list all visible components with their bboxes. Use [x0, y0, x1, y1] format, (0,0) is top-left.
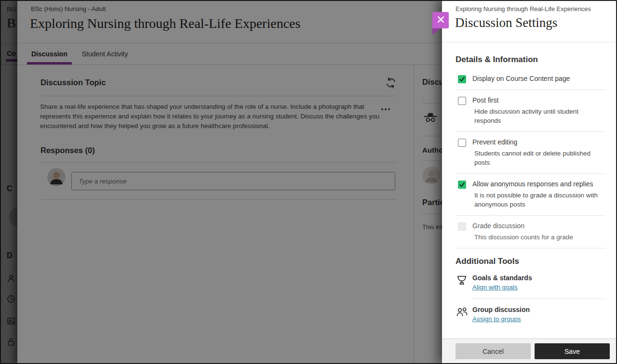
- option-label: Post first: [472, 96, 605, 104]
- panel-body: Details & Information Display on Course …: [442, 42, 617, 338]
- option-description: It is not possible to grade a discussion…: [472, 191, 605, 209]
- details-information-heading: Details & Information: [456, 55, 606, 65]
- option-post-first: Post first Hide discussion activity unti…: [456, 90, 606, 132]
- discussion-settings-panel: Exploring Nursing through Real-Life Expe…: [442, 0, 617, 364]
- group-icon: [456, 306, 468, 319]
- tools-list: Goals & standards Align with goals: [456, 269, 606, 323]
- tool-goals-standards: Goals & standards Align with goals: [456, 269, 606, 299]
- panel-context-title: Exploring Nursing through Real-Life Expe…: [456, 5, 591, 13]
- option-label: Display on Course Content page: [472, 75, 605, 82]
- close-button-tail: [432, 28, 441, 35]
- align-with-goals-link[interactable]: Align with goals: [472, 284, 518, 291]
- additional-tools-heading: Additional Tools: [456, 257, 606, 266]
- option-grade-discussion: Grade discussion This discussion counts …: [456, 216, 606, 248]
- checkbox-prevent-editing[interactable]: [458, 139, 466, 147]
- option-prevent-editing: Prevent editing Students cannot edit or …: [456, 132, 606, 174]
- option-label: Allow anonymous responses and replies: [472, 180, 605, 188]
- options-list: Display on Course Content page Post firs…: [456, 68, 606, 248]
- checkbox-grade-discussion: [458, 222, 466, 231]
- option-description: This discussion counts for a grade: [472, 233, 605, 242]
- tool-label: Group discussion: [472, 306, 530, 313]
- checkbox-display-on-course-content[interactable]: [458, 75, 466, 83]
- tool-label: Goals & standards: [472, 274, 532, 282]
- option-description: Hide discussion activity until student r…: [472, 107, 605, 125]
- goals-icon: [456, 274, 468, 287]
- dim-overlay-modal: [0, 0, 442, 364]
- checkbox-allow-anonymous[interactable]: [458, 181, 466, 189]
- save-button[interactable]: Save: [535, 343, 610, 359]
- option-label: Prevent editing: [472, 138, 605, 146]
- screen: RU B Co C D BSc (Hons) Nursing - Adult E…: [0, 0, 617, 364]
- option-display-on-course-content: Display on Course Content page: [456, 68, 606, 90]
- tool-group-discussion: Group discussion Assign to groups: [456, 299, 606, 323]
- panel-footer: Cancel Save: [442, 338, 617, 364]
- option-allow-anonymous: Allow anonymous responses and replies It…: [456, 174, 606, 216]
- option-description: Students cannot edit or delete published…: [472, 149, 605, 167]
- cancel-button[interactable]: Cancel: [456, 343, 531, 359]
- option-label: Grade discussion: [472, 222, 605, 230]
- checkbox-post-first[interactable]: [458, 97, 466, 105]
- close-icon: [437, 16, 444, 25]
- close-panel-button[interactable]: [432, 12, 449, 28]
- panel-title: Discussion Settings: [455, 15, 557, 30]
- assign-to-groups-link[interactable]: Assign to groups: [472, 315, 521, 323]
